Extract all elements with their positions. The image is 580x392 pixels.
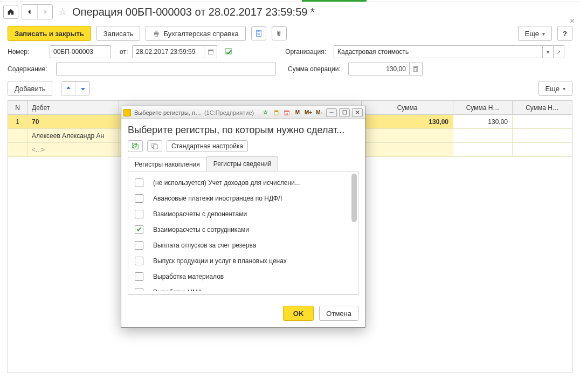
calc-icon[interactable] — [410, 63, 423, 75]
dialog-footer: OK Отмена — [121, 301, 365, 327]
list-item-label: Выработка НМА — [153, 288, 202, 292]
scrollbar-thumb[interactable] — [351, 174, 357, 222]
save-button[interactable]: Записать — [96, 26, 141, 41]
cell-empty — [8, 129, 27, 143]
page-title: Операция 00БП-000003 от 28.02.2017 23:59… — [72, 6, 315, 18]
add-button[interactable]: Добавить — [8, 81, 52, 96]
list-item[interactable]: Выплата отпусков за счет резерва — [132, 237, 349, 253]
org-open-icon[interactable]: ↗ — [554, 45, 564, 58]
list-item[interactable]: Взаиморасчеты с депонентами — [132, 206, 349, 222]
svg-rect-1 — [155, 31, 158, 33]
ok-button[interactable]: OK — [283, 306, 314, 321]
org-field[interactable]: Кадастровая стоимость — [334, 45, 543, 58]
list-item[interactable]: Авансовые платежи иностранцев по НДФЛ — [132, 190, 349, 206]
tb-mem-mminus[interactable]: M- — [314, 108, 324, 117]
register-list: (не используется) Учет доходов для исчис… — [128, 171, 358, 295]
checkbox[interactable] — [135, 225, 143, 234]
content-field[interactable] — [56, 63, 276, 75]
grid-more-button[interactable]: Еще — [538, 81, 572, 96]
checkbox[interactable] — [135, 210, 143, 218]
cell-n: 1 — [8, 115, 27, 129]
checkbox[interactable] — [135, 178, 143, 187]
checkbox[interactable] — [135, 194, 143, 203]
form-row-1: Номер: 00БП-000003 от: 28.02.2017 23:59:… — [0, 43, 580, 60]
svg-rect-24 — [153, 145, 157, 149]
select-registers-dialog: Выберите регистры, п… (1С:Предприятие) ☆… — [121, 106, 365, 328]
svg-rect-2 — [155, 35, 158, 37]
tabs: Регистры накопления Регистры сведений — [128, 156, 358, 171]
nav-back-button[interactable] — [22, 5, 37, 19]
save-close-button[interactable]: Записать и закрыть — [8, 26, 91, 41]
list-item[interactable]: (не используется) Учет доходов для исчис… — [132, 175, 349, 190]
svg-point-13 — [416, 69, 417, 70]
svg-rect-5 — [257, 33, 260, 33]
cell-sub1: Алексеев Александр Ан — [27, 129, 119, 143]
title-row: ☆ Операция 00БП-000003 от 28.02.2017 23:… — [0, 2, 580, 24]
uncheck-all-button[interactable] — [147, 140, 162, 152]
maximize-icon[interactable]: ☐ — [339, 108, 350, 117]
col-sumn1[interactable]: Сумма Н… — [453, 101, 513, 114]
report-button[interactable] — [251, 26, 266, 40]
tab-accumulation[interactable]: Регистры накопления — [128, 157, 207, 171]
org-label: Организация: — [285, 48, 326, 56]
tb-cal-icon[interactable]: 31 — [282, 108, 292, 117]
move-arrows — [61, 81, 90, 95]
help-button[interactable]: ? — [557, 26, 572, 41]
list-item-label: Авансовые платежи иностранцев по НДФЛ — [153, 195, 282, 202]
tab-info[interactable]: Регистры сведений — [206, 156, 279, 171]
cell-sum: 130,00 — [362, 115, 453, 129]
number-field[interactable]: 00БП-000003 — [50, 45, 111, 58]
move-down-button[interactable] — [75, 82, 89, 95]
printer-icon — [153, 30, 160, 37]
dialog-titlebar-app: (1С:Предприятие) — [204, 109, 254, 116]
tb-calc-icon[interactable] — [271, 108, 281, 117]
minimize-icon[interactable]: ─ — [326, 108, 337, 117]
dialog-titlebar[interactable]: Выберите регистры, п… (1С:Предприятие) ☆… — [121, 106, 365, 119]
svg-text:31: 31 — [285, 112, 288, 115]
col-sum[interactable]: Сумма — [362, 101, 453, 114]
accounting-ref-label: Бухгалтерская справка — [163, 30, 238, 38]
dialog-titlebar-text: Выберите регистры, п… — [134, 109, 201, 116]
org-dropdown-icon[interactable]: ▾ — [543, 45, 554, 58]
list-item-label: Выработка материалов — [153, 273, 224, 280]
check-all-button[interactable] — [128, 140, 143, 152]
col-n[interactable]: N — [8, 101, 27, 114]
tb-mem-m[interactable]: M — [293, 108, 302, 117]
tb-fav-icon[interactable]: ☆ — [260, 108, 270, 117]
checkbox[interactable] — [135, 257, 143, 265]
svg-rect-6 — [257, 35, 260, 35]
close-icon[interactable]: × — [570, 16, 575, 26]
list-item[interactable]: Выработка НМА — [132, 284, 349, 291]
cell-sub2: <...> — [27, 143, 119, 157]
link-icon[interactable] — [225, 47, 233, 56]
accounting-ref-button[interactable]: Бухгалтерская справка — [146, 26, 245, 41]
calendar-icon[interactable] — [204, 45, 217, 58]
std-setup-button[interactable]: Стандартная настройка — [167, 140, 248, 152]
home-button[interactable] — [3, 5, 18, 19]
checkbox[interactable] — [135, 272, 143, 281]
move-up-button[interactable] — [61, 82, 75, 95]
tb-mem-mplus[interactable]: M+ — [303, 108, 313, 117]
scrollbar[interactable] — [351, 174, 357, 292]
col-debet[interactable]: Дебет — [27, 101, 119, 114]
list-item-label: Взаиморасчеты с депонентами — [153, 210, 247, 218]
date-field[interactable]: 28.02.2017 23:59:59 — [132, 45, 204, 58]
favorite-star-icon[interactable]: ☆ — [58, 6, 67, 18]
nav-forward-button[interactable] — [37, 5, 52, 19]
checkbox[interactable] — [135, 241, 143, 250]
opsum-field[interactable]: 130,00 — [348, 63, 410, 75]
app-icon — [123, 109, 131, 116]
more-button[interactable]: Еще — [518, 26, 552, 41]
list-item[interactable]: Выпуск продукции и услуг в плановых цена… — [132, 253, 349, 269]
col-sumn2[interactable]: Сумма Н… — [513, 101, 572, 114]
close-dialog-icon[interactable]: ✕ — [352, 108, 363, 117]
list-item[interactable]: Выработка материалов — [132, 269, 349, 284]
attach-button[interactable] — [272, 26, 287, 40]
cancel-button[interactable]: Отмена — [319, 306, 358, 321]
checkbox[interactable] — [135, 288, 143, 292]
dialog-body: Выберите регистры, по которым нужно сдел… — [121, 119, 365, 301]
list-item[interactable]: Взаиморасчеты с сотрудниками — [132, 222, 349, 237]
svg-rect-8 — [208, 50, 213, 51]
svg-point-14 — [415, 70, 416, 71]
dialog-heading: Выберите регистры, по которым нужно сдел… — [128, 125, 358, 136]
